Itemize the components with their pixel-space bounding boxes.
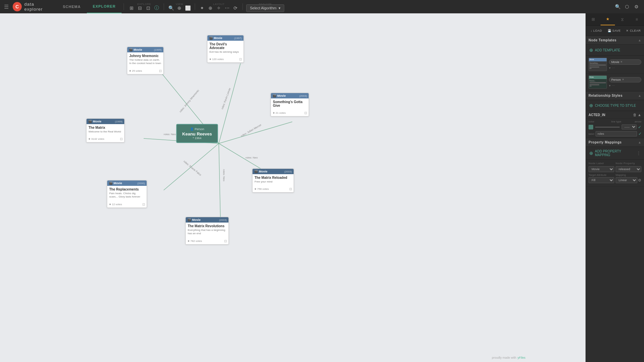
acted-in-expand-icon[interactable]: ▲ bbox=[638, 113, 641, 117]
center-node[interactable]: 👤 Person Keanu Reeves * 1964 bbox=[176, 124, 218, 143]
rel-styles-header[interactable]: Relationship Styles ▲ bbox=[586, 91, 644, 100]
algorithm-chevron: ▾ bbox=[279, 6, 281, 10]
add-mapping-button[interactable]: ⊕ ADD PROPERTY MAPPING ⋮ bbox=[586, 147, 644, 160]
movie-icon-2: 🎬 bbox=[209, 36, 213, 40]
search-icon[interactable]: 🔍 bbox=[614, 3, 621, 10]
tab-explorer[interactable]: EXPLORER bbox=[87, 0, 122, 13]
node-expand-btn-3[interactable]: ⊡ bbox=[304, 111, 307, 115]
layout-icon-1[interactable]: ✦ bbox=[198, 4, 206, 12]
node-label-col-title: Node Label bbox=[589, 162, 614, 165]
template-dropdown-icon[interactable]: ▾ bbox=[609, 66, 611, 70]
collapse-templates-icon[interactable]: ▲ bbox=[638, 38, 641, 42]
template-more-icon[interactable]: ⋯ bbox=[612, 66, 615, 70]
view-label: VIEW bbox=[176, 3, 183, 6]
label-check[interactable]: ✓ bbox=[638, 131, 642, 136]
svg-text:roles: Kevin Lomax: roles: Kevin Lomax bbox=[221, 87, 231, 110]
svg-text:roles: Johnny Mnemonic: roles: Johnny Mnemonic bbox=[179, 89, 200, 113]
arrow-check[interactable]: ✓ bbox=[638, 125, 641, 129]
prop-mappings-title: Property Mappings bbox=[589, 140, 622, 144]
footer-brand: yFiles bbox=[517, 356, 525, 359]
movie-icon-5: 🎬 bbox=[254, 170, 258, 173]
style-options: color line type arrow —— - - ✓ label bbox=[586, 119, 644, 138]
load-icon: ↓ bbox=[591, 29, 592, 32]
explore-label: EXPLORE bbox=[137, 3, 151, 6]
prop-mappings-header[interactable]: Property Mappings ▲ bbox=[586, 138, 644, 147]
template-edit-icon[interactable]: ✏ bbox=[590, 67, 592, 70]
node-property-select[interactable]: released bbox=[616, 166, 641, 172]
view-icon-1[interactable]: 🔍 bbox=[167, 4, 175, 12]
movie-icon-3: 🎬 bbox=[273, 94, 276, 97]
acted-in-delete-icon[interactable]: 🗑 bbox=[633, 113, 637, 117]
panel-tab-grid[interactable]: ⊞ bbox=[586, 13, 601, 25]
template-badge-movie: Movie ✕ bbox=[609, 59, 641, 65]
node-devils-body: The Devil's Advocate Evil has its winnin… bbox=[207, 41, 244, 57]
node-matrix[interactable]: 🎬 Movie (1999) The Matrix Welcome to the… bbox=[86, 118, 125, 142]
panel-tab-star[interactable]: ★ bbox=[601, 13, 615, 25]
node-replacements-header: 🎬 Movie (2000) bbox=[107, 180, 147, 186]
node-templates-header[interactable]: Node Templates ▲ bbox=[586, 36, 644, 45]
add-template-button[interactable]: ⊕ ADD TEMPLATE bbox=[586, 45, 644, 56]
separator bbox=[124, 3, 124, 10]
node-johnny[interactable]: 🎬 Movie (1995) Johnny Mnemonic The hotte… bbox=[127, 47, 164, 74]
node-replacements[interactable]: 🎬 Movie (2000) The Replacements Pain hea… bbox=[107, 180, 147, 208]
node-matrix-reloaded[interactable]: 🎬 Movie (2003) The Matrix Reloaded Free … bbox=[252, 168, 294, 193]
template-more-icon-2[interactable]: ⋯ bbox=[612, 84, 615, 87]
badge-remove-person[interactable]: ✕ bbox=[622, 78, 624, 81]
mapping-col: Mapping Linear ⚙ bbox=[616, 173, 641, 184]
label-input[interactable] bbox=[596, 131, 637, 136]
mapping-type-select[interactable]: Linear bbox=[616, 177, 637, 183]
collapse-rel-icon[interactable]: ▲ bbox=[638, 94, 641, 97]
node-expand-btn-2[interactable]: ⊡ bbox=[239, 57, 242, 61]
load-button[interactable]: ↓ LOAD bbox=[589, 28, 604, 34]
choose-type-button[interactable]: ⊕ CHOOSE TYPE TO STYLE bbox=[586, 100, 644, 111]
node-expand-btn-7[interactable]: ⊡ bbox=[224, 239, 227, 243]
mapping-settings-icon[interactable]: ⚙ bbox=[638, 178, 641, 183]
node-expand-btn-6[interactable]: ⊡ bbox=[142, 203, 145, 206]
tab-schema[interactable]: SCHEMA bbox=[57, 0, 87, 13]
mapping-selects-row: Movie released bbox=[589, 166, 641, 172]
target-attr-select[interactable]: Fill bbox=[589, 177, 614, 183]
mapping-label-row: Node Label Node Property bbox=[589, 162, 641, 165]
fullscreen-icon[interactable]: ⬡ bbox=[623, 3, 631, 10]
node-something-header: 🎬 Movie (2003) bbox=[271, 93, 309, 98]
node-something[interactable]: 🎬 Movie (2003) Something's Gotta Give ★2… bbox=[271, 93, 309, 116]
badge-remove-movie[interactable]: ✕ bbox=[620, 60, 623, 63]
mapping-more-icon[interactable]: ⋮ bbox=[637, 151, 641, 155]
node-devils[interactable]: 🎬 Movie (1997) The Devil's Advocate Evil… bbox=[207, 35, 244, 63]
layout-icon-5[interactable]: ⟳ bbox=[232, 4, 239, 12]
line-type-select[interactable]: —— - - bbox=[622, 124, 637, 129]
layout-icon-4[interactable]: ⋯ bbox=[223, 4, 231, 12]
explore-icon-4[interactable]: ⓘ bbox=[153, 4, 160, 12]
node-expand-btn-5[interactable]: ⊡ bbox=[289, 187, 292, 191]
color-header: color bbox=[589, 120, 598, 123]
label-control-row: label ✓ bbox=[589, 131, 641, 136]
explore-icon-1[interactable]: ⊞ bbox=[128, 4, 135, 12]
node-revolutions[interactable]: 🎬 Movie (2003) The Matrix Revolutions Ev… bbox=[185, 217, 229, 245]
panel-tab-filter[interactable]: ⧖ bbox=[615, 13, 630, 25]
movie-icon-6: 🎬 bbox=[109, 182, 113, 185]
view-section: VIEW 🔍 ⊕ ⬜ bbox=[165, 2, 193, 12]
template-edit-icon-2[interactable]: ✏ bbox=[590, 85, 592, 88]
svg-text:roles: Julian Mercer: roles: Julian Mercer bbox=[240, 123, 262, 138]
node-expand-btn[interactable]: ⊡ bbox=[159, 69, 162, 73]
mapping-row: Node Label Node Property Movie released … bbox=[586, 160, 644, 187]
template-dropdown-icon-2[interactable]: ▾ bbox=[609, 84, 611, 87]
mapping-control-row: Linear ⚙ bbox=[616, 177, 641, 183]
acted-in-actions: 🗑 ▲ bbox=[633, 113, 641, 117]
view-icon-3[interactable]: ⬜ bbox=[184, 4, 191, 12]
explore-section: EXPLORE ⊞ ⊟ ⊡ ⓘ bbox=[126, 2, 162, 12]
node-expand-btn-4[interactable]: ⊡ bbox=[120, 137, 123, 141]
save-button[interactable]: 💾 SAVE bbox=[606, 28, 623, 34]
settings-icon[interactable]: ⚙ bbox=[633, 3, 640, 10]
hamburger-icon[interactable]: ☰ bbox=[4, 4, 9, 10]
panel-tab-list[interactable]: ≡ bbox=[630, 13, 644, 25]
node-label-select[interactable]: Movie bbox=[589, 166, 614, 172]
node-matrix-header: 🎬 Movie (1999) bbox=[87, 119, 124, 124]
color-picker[interactable] bbox=[589, 125, 593, 129]
clear-button[interactable]: ✕ CLEAR bbox=[624, 28, 643, 34]
collapse-prop-icon[interactable]: ▲ bbox=[638, 140, 641, 144]
line-type-header: line type bbox=[599, 120, 633, 123]
node-reloaded-header: 🎬 Movie (2003) bbox=[253, 169, 294, 174]
node-revolutions-footer: ★782 votes ⊡ bbox=[186, 239, 228, 244]
graph-canvas[interactable]: roles: Johnny Mnemonic roles: Kevin Loma… bbox=[0, 13, 586, 362]
